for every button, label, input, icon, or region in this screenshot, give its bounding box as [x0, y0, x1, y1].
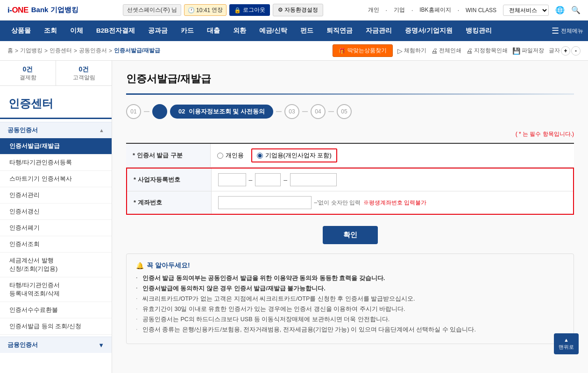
- chevron-up-icon: ▲: [99, 127, 104, 133]
- sidebar-item-certrevoke[interactable]: 인증서폐기: [0, 220, 112, 236]
- sidebar-item-othercert[interactable]: 타행/타기관인증서등록: [0, 155, 112, 171]
- account-input[interactable]: [218, 196, 312, 209]
- sidebar-section-financecert[interactable]: 금융인증서 ▼: [0, 337, 112, 353]
- nav-item-utility[interactable]: 공과금: [142, 21, 174, 41]
- main-container: 인증서발급/재발급 0건 결제함 0건 고객알림 인증센터 공동인증서 ▲ 인증…: [0, 61, 588, 373]
- nav-item-banking[interactable]: 뱅킹관리: [459, 21, 498, 41]
- all-menu-btn[interactable]: ☰ 전체메뉴: [552, 26, 583, 36]
- biz-num-input-2[interactable]: [255, 173, 281, 186]
- logo-area: i-ONE Bank 기업뱅킹: [7, 6, 78, 15]
- scroll-to-top-button[interactable]: ▲ 맨위로: [554, 333, 579, 354]
- no-account-note: ※평생계좌번호 입력불가: [363, 199, 426, 207]
- biz-num-label: * 사업자등록번호: [127, 169, 211, 191]
- info-item-2: 인증서발급에 동의하지 않은 경우 인증서 발급/재발급 불가능합니다.: [136, 285, 564, 293]
- nav-item-card[interactable]: 카드: [174, 21, 200, 41]
- breadcrumb-current: 인증서발급/재발급: [114, 47, 160, 55]
- biz-num-input-3[interactable]: [290, 173, 337, 186]
- nav-item-transfer[interactable]: 이체: [64, 21, 90, 41]
- page-title-underline: [126, 93, 574, 95]
- highlighted-section: * 사업자등록번호 – – * 계좌번호: [126, 168, 574, 215]
- breadcrumb-bizbank[interactable]: 기업뱅킹: [20, 47, 43, 55]
- breadcrumb-certcenter[interactable]: 인증센터: [50, 47, 72, 55]
- time-badge: 🕐 10:41 연장: [184, 4, 227, 16]
- radio-personal-label[interactable]: 개인용: [217, 151, 244, 160]
- bell-icon: 🔔: [136, 262, 144, 269]
- nav-business[interactable]: 기업: [394, 6, 405, 14]
- cert-type-table: * 인증서 발급 구분 개인용 기업용(개인사업자 포함): [126, 143, 574, 168]
- sidebar-item-smartcopy[interactable]: 스마트기기 인증서복사: [0, 171, 112, 187]
- login-button[interactable]: 🔒 로그아웃: [229, 4, 270, 16]
- biz-num-input-1[interactable]: [218, 173, 246, 186]
- info-item-6: 인증서 종류는 은행/신용카드/보험용, 전자거래범용, 전자세금용(기업만 가…: [136, 326, 564, 334]
- info-box-list: 인증서 발급 동의여부는 공동인증서 발급을 위한 이용약관 동의와 동등한 효…: [136, 274, 564, 334]
- step-connector-2: [276, 111, 282, 112]
- sidebar-item-certrenewal[interactable]: 인증서갱신: [0, 204, 112, 220]
- sidebar-section-commoncert[interactable]: 공동인증서 ▲: [0, 122, 112, 138]
- play-icon: ▷: [397, 47, 403, 55]
- sidebar-item-certissue[interactable]: 인증서발급/재발급: [0, 138, 112, 155]
- nav-item-pension[interactable]: 퇴직연금: [320, 21, 359, 41]
- confirm-btn-row: 확인: [126, 226, 574, 244]
- breadcrumb-home[interactable]: 홈: [7, 47, 13, 55]
- nav-personal[interactable]: 개인: [368, 6, 379, 14]
- biz-sep-2: –: [283, 176, 288, 183]
- print-all-button[interactable]: 🖨 전체인쇄: [431, 47, 461, 55]
- info-box-title: 🔔 꼭 알아두세요!: [136, 261, 564, 270]
- sidebar-alert[interactable]: 0건 고객알림: [56, 61, 112, 85]
- info-item-5: 공동인증서는 PC의 하드디스크보다 USB 등 이동식저장매체에 보관하시면 …: [136, 316, 564, 324]
- logo-ione: i-ONE: [7, 6, 28, 15]
- sidebar-item-othercerthist[interactable]: 타행/타기관인증서등록내역조회/삭제: [0, 277, 112, 302]
- hamburger-icon: ☰: [552, 26, 559, 36]
- sidebar-payment[interactable]: 인증서발급/재발급 0건 결제함: [0, 61, 56, 85]
- sidebar-item-certmgr[interactable]: 인증서관리: [0, 187, 112, 204]
- gift-icon: 🎁: [339, 48, 346, 54]
- settings-button[interactable]: ⚙ 자동환경설정: [273, 4, 323, 16]
- step-05: 05: [337, 104, 352, 119]
- radio-business[interactable]: [257, 153, 263, 159]
- product-search-button[interactable]: 🎁 딱맞는상품찾기: [333, 44, 393, 57]
- nav-item-inquiry[interactable]: 조회: [37, 21, 64, 41]
- main-nav: 상품몰 조회 이체 B2B전자결제 공과금 카드 대출 외환 예금/신탁 펀드 …: [0, 21, 588, 41]
- file-save-button[interactable]: 💾 파일저장: [512, 47, 544, 55]
- font-increase-button[interactable]: +: [561, 46, 570, 56]
- info-box: 🔔 꼭 알아두세요! 인증서 발급 동의여부는 공동인증서 발급을 위한 이용약…: [126, 253, 574, 344]
- step-02-circle: [152, 104, 167, 119]
- cert-type-row: * 인증서 발급 구분 개인용 기업용(개인사업자 포함): [126, 143, 574, 168]
- step-indicator: 01 02 이용자정보조회 및 사전동의 03 04 05: [126, 104, 574, 119]
- biz-num-input-cell: – –: [211, 169, 573, 191]
- nav-item-loan[interactable]: 대출: [200, 21, 227, 41]
- sidebar-item-taxinvoice[interactable]: 세금계산서 발행신청/조회(기업용): [0, 253, 112, 277]
- search-icon[interactable]: 🔍: [571, 6, 581, 14]
- nav-item-cert[interactable]: 증명서/기업지원: [398, 21, 459, 41]
- nav-item-products[interactable]: 상품몰: [5, 21, 37, 41]
- sidebar-item-certinquiry[interactable]: 인증서발급 등의 조회/신청: [0, 318, 112, 335]
- service-selector[interactable]: 전체서비스: [503, 5, 549, 16]
- nav-ibk[interactable]: IBK홈페이지: [419, 6, 451, 14]
- biz-sep-1: –: [248, 176, 254, 183]
- nav-item-cash[interactable]: 자금관리: [359, 21, 398, 41]
- step-connector-1: [144, 111, 149, 112]
- radio-personal[interactable]: [217, 153, 223, 159]
- font-adjust: 글자 + -: [549, 46, 581, 56]
- user-name-badge: 선셋스페이스(주) 님: [123, 4, 181, 16]
- radio-business-label[interactable]: 기업용(개인사업자 포함): [251, 148, 337, 162]
- breadcrumb-bar: 홈 > 기업뱅킹 > 인증센터 > 공동인증서 > 인증서발급/재발급 🎁 딱맞…: [0, 41, 588, 61]
- sidebar-item-certrefund[interactable]: 인증서수수료환불: [0, 302, 112, 318]
- print-selected-button[interactable]: 🖨 지정항목인쇄: [466, 47, 508, 55]
- top-header: i-ONE Bank 기업뱅킹 선셋스페이스(주) 님 🕐 10:41 연장 🔒…: [0, 0, 588, 21]
- cert-type-radio-group: 개인용 기업용(개인사업자 포함): [217, 148, 568, 162]
- nav-item-deposit[interactable]: 예금/신탁: [253, 21, 294, 41]
- step-connector-4: [328, 111, 334, 112]
- font-decrease-button[interactable]: -: [571, 46, 581, 56]
- confirm-button[interactable]: 확인: [323, 226, 378, 244]
- nav-item-fund[interactable]: 펀드: [294, 21, 320, 41]
- account-inputs: –'없이 숫자만 입력 ※평생계좌번호 입력불가: [218, 196, 567, 209]
- experience-button[interactable]: ▷ 체험하기: [397, 47, 426, 55]
- breadcrumb-commoncert[interactable]: 공동인증서: [79, 47, 107, 55]
- step-connector-3: [302, 111, 308, 112]
- globe-icon[interactable]: 🌐: [555, 6, 565, 14]
- nav-item-foreign[interactable]: 외환: [227, 21, 253, 41]
- sidebar-item-certview[interactable]: 인증서조회: [0, 236, 112, 253]
- nav-item-b2b[interactable]: B2B전자결제: [90, 21, 142, 41]
- nav-winclass[interactable]: WIN CLASS: [466, 7, 496, 14]
